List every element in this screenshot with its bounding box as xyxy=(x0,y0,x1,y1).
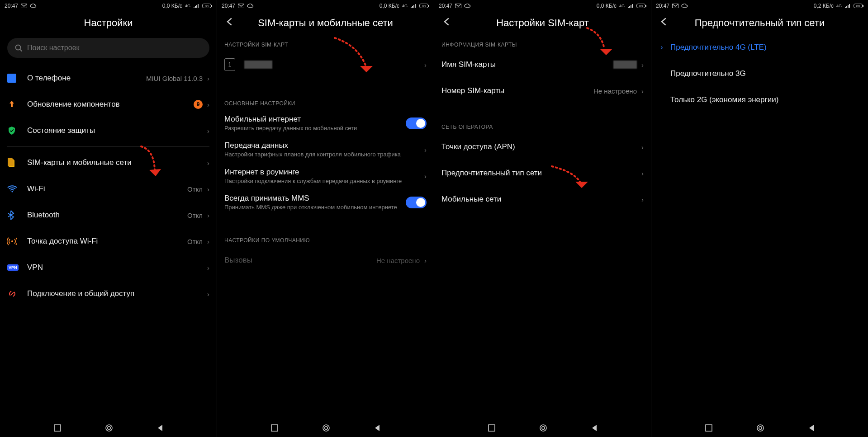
nav-home-icon[interactable] xyxy=(322,424,330,434)
chevron-right-icon: › xyxy=(641,169,644,177)
nav-recent-icon[interactable] xyxy=(271,424,278,433)
search-icon xyxy=(14,44,23,52)
bluetooth-icon xyxy=(7,210,27,220)
calls-value: Не настроено xyxy=(376,257,420,264)
option-4g-label: Предпочтительно 4G (LTE) xyxy=(670,43,767,52)
bt-value: Откл xyxy=(187,211,203,219)
gmail-icon xyxy=(21,4,27,8)
cloud-icon xyxy=(247,4,254,8)
row-preferred-net-type[interactable]: Предпочтительный тип сети › xyxy=(441,160,644,186)
row-apn[interactable]: Точки доступа (APN) › xyxy=(441,134,644,160)
nav-back-icon[interactable] xyxy=(591,424,598,433)
page-title: SIM-карты и мобильные сети xyxy=(217,12,434,34)
row-about-phone[interactable]: О телефоне MIUI Global 11.0.3› xyxy=(7,65,209,91)
status-net: 4G xyxy=(402,4,408,8)
option-2g[interactable]: Только 2G (экономия энергии) xyxy=(659,87,861,113)
chevron-right-icon: › xyxy=(641,196,644,203)
nav-home-icon[interactable] xyxy=(539,424,547,434)
status-bar: 20:47 0,0 КБ/с4G 80 xyxy=(217,0,434,12)
chevron-right-icon: › xyxy=(424,146,427,154)
sim-name-label: Имя SIM-карты xyxy=(441,60,610,69)
row-mobile-networks[interactable]: Мобильные сети › xyxy=(441,186,644,212)
nav-back-icon[interactable] xyxy=(374,424,380,433)
update-badge: 9 xyxy=(194,100,203,109)
row-mobile-internet[interactable]: Мобильный интернет Разрешить передачу да… xyxy=(224,110,427,136)
calls-title: Вызовы xyxy=(224,256,373,265)
nav-home-icon[interactable] xyxy=(105,424,113,434)
phone-1-settings: 20:47 0,0 КБ/с 4G 80 Настройки Поиск нас… xyxy=(0,0,217,437)
page-title-text: Настройки xyxy=(84,17,133,29)
mobile-internet-sub: Разрешить передачу данных по мобильной с… xyxy=(224,125,402,132)
status-net: 4G xyxy=(619,4,625,8)
vpn-label: VPN xyxy=(27,263,204,272)
shield-icon xyxy=(7,126,27,135)
nav-recent-icon[interactable] xyxy=(705,424,712,433)
battery-icon: 80 xyxy=(636,4,646,8)
svg-rect-28 xyxy=(706,425,712,431)
row-sim-and-networks[interactable]: SIM-карты и мобильные сети › xyxy=(7,150,209,176)
status-time: 20:47 xyxy=(439,3,452,9)
mobile-internet-toggle[interactable] xyxy=(406,117,427,129)
svg-rect-26 xyxy=(863,5,863,7)
option-4g-lte[interactable]: › Предпочтительно 4G (LTE) xyxy=(659,34,861,61)
status-data: 0,0 КБ/с xyxy=(379,3,399,9)
pref-label: Предпочтительный тип сети xyxy=(441,169,638,178)
row-roaming[interactable]: Интернет в роуминге Настройки подключени… xyxy=(224,163,427,189)
back-button[interactable] xyxy=(442,17,451,29)
option-3g[interactable]: Предпочтительно 3G xyxy=(659,61,861,87)
chevron-right-icon: › xyxy=(207,238,209,245)
nav-recent-icon[interactable] xyxy=(488,424,495,433)
row-sharing[interactable]: Подключение и общий доступ › xyxy=(7,281,209,307)
status-bar: 20:47 0,0 КБ/с 4G 80 xyxy=(0,0,217,12)
nav-back-icon[interactable] xyxy=(808,424,815,433)
data-usage-title: Передача данных xyxy=(224,141,421,150)
row-hotspot[interactable]: Точка доступа Wi-Fi Откл› xyxy=(7,228,209,254)
sim-name-value-redacted xyxy=(613,61,637,69)
back-button[interactable] xyxy=(225,17,234,29)
svg-rect-19 xyxy=(645,5,646,7)
row-wifi[interactable]: Wi-Fi Откл› xyxy=(7,176,209,202)
phone-2-sim-networks: 20:47 0,0 КБ/с4G 80 SIM-карты и мобильны… xyxy=(217,0,434,437)
page-title: Предпочтительный тип сети xyxy=(651,12,868,34)
cloud-icon xyxy=(464,4,471,8)
row-calls-default[interactable]: Вызовы Не настроено› xyxy=(224,247,427,273)
gmail-icon xyxy=(672,4,678,8)
row-security-status[interactable]: Состояние защиты › xyxy=(7,117,209,144)
mms-toggle[interactable] xyxy=(406,197,427,208)
sim-number-value: Не настроено xyxy=(593,87,637,95)
chevron-right-icon: › xyxy=(207,127,209,135)
section-sim: НАСТРОЙКИ SIM-КАРТ xyxy=(224,34,427,52)
back-button[interactable] xyxy=(659,17,669,29)
svg-point-15 xyxy=(323,425,329,431)
row-sim-name[interactable]: Имя SIM-карты › xyxy=(441,52,644,78)
svg-rect-12 xyxy=(428,5,429,7)
row-sim-1[interactable]: 1 › xyxy=(224,52,427,78)
row-data-usage[interactable]: Передача данных Настройки тарифных плано… xyxy=(224,136,427,163)
svg-point-6 xyxy=(11,240,13,242)
row-component-updates[interactable]: Обновление компонентов 9› xyxy=(7,91,209,117)
search-input[interactable]: Поиск настроек xyxy=(7,38,209,58)
gmail-icon xyxy=(455,4,461,8)
guide-image: 20:47 0,0 КБ/с 4G 80 Настройки Поиск нас… xyxy=(0,0,868,437)
section-default: НАСТРОЙКИ ПО УМОЛЧАНИЮ xyxy=(224,230,427,247)
row-sim-number[interactable]: Номер SIM-карты Не настроено› xyxy=(441,78,644,104)
sim-icon xyxy=(7,158,27,168)
search-placeholder: Поиск настроек xyxy=(27,44,80,52)
nav-home-icon[interactable] xyxy=(756,424,764,434)
svg-point-29 xyxy=(757,425,764,431)
cloud-icon xyxy=(681,4,688,8)
row-vpn[interactable]: VPN VPN › xyxy=(7,254,209,281)
nav-bar xyxy=(651,421,868,437)
signal-icon xyxy=(193,4,199,8)
status-net: 4G xyxy=(185,4,190,8)
row-bluetooth[interactable]: Bluetooth Откл› xyxy=(7,202,209,228)
roaming-title: Интернет в роуминге xyxy=(224,168,421,177)
nav-recent-icon[interactable] xyxy=(54,424,61,433)
share-label: Подключение и общий доступ xyxy=(27,289,204,298)
nav-back-icon[interactable] xyxy=(157,424,163,433)
option-2g-label: Только 2G (экономия энергии) xyxy=(670,95,778,104)
row-always-mms[interactable]: Всегда принимать MMS Принимать MMS даже … xyxy=(224,189,427,216)
wifi-label: Wi-Fi xyxy=(27,184,184,193)
svg-point-22 xyxy=(540,425,546,431)
mnet-label: Мобильные сети xyxy=(441,195,638,204)
